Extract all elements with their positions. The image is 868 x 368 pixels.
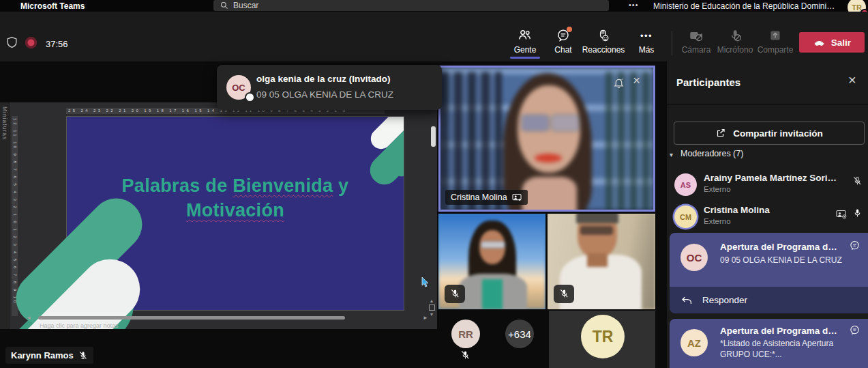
reply-label: Responder bbox=[702, 295, 747, 305]
camera-button-disabled: Cámara bbox=[676, 28, 716, 54]
meeting-timer: 37:56 bbox=[46, 39, 68, 49]
snooze-bell-icon[interactable]: zz bbox=[612, 77, 625, 90]
participant-avatar: AS bbox=[674, 173, 697, 196]
presenter-name-tag: Karynn Ramos bbox=[5, 347, 93, 364]
screenshare-powerpoint: Miniaturas 25 24 23 22 21 20 19 18 17 16… bbox=[0, 102, 437, 329]
prev-slide-icon[interactable]: ▴ bbox=[427, 298, 436, 304]
mic-off-icon[interactable] bbox=[852, 176, 863, 186]
recording-indicator-icon bbox=[25, 37, 37, 48]
video-tile-participant-2[interactable] bbox=[548, 214, 655, 309]
panel-header: Participantes × bbox=[667, 61, 868, 104]
video-tile-self[interactable]: TR bbox=[549, 311, 655, 368]
speaker-name: Cristina Molina bbox=[451, 193, 507, 202]
mic-off-badge bbox=[554, 285, 574, 303]
reply-bar[interactable]: Responder bbox=[670, 287, 868, 313]
notification-toast[interactable]: OC olga kenia de la cruz (Invitado) 09 0… bbox=[217, 65, 442, 110]
participant-row[interactable]: AS Arainy Pamela Martínez Soriano Extern… bbox=[667, 169, 868, 201]
thumbnails-panel-label: Miniaturas bbox=[1, 107, 8, 140]
section-label: Moderadores (7) bbox=[680, 149, 743, 158]
video-tile-participant-1[interactable] bbox=[438, 214, 545, 309]
tab-mas-label: Más bbox=[639, 46, 655, 54]
section-collapse-icon[interactable]: ▾ bbox=[670, 151, 673, 158]
meeting-title: Ministerio de Educación de la República … bbox=[653, 1, 839, 11]
chat-card-message-line2: GRUPO UCE:*... bbox=[720, 350, 850, 359]
share-screen-icon bbox=[768, 28, 783, 43]
overflow-menu-icon[interactable]: ••• bbox=[629, 1, 639, 9]
spotlight-icon[interactable] bbox=[836, 210, 847, 219]
tab-reacciones[interactable]: Reacciones bbox=[582, 28, 625, 54]
slide-page-icon bbox=[429, 305, 435, 311]
leave-button[interactable]: Salir bbox=[799, 32, 865, 53]
tab-mas[interactable]: ••• Más bbox=[627, 28, 666, 54]
toolbar-divider bbox=[672, 31, 672, 55]
vertical-ruler: 12 11 10 9 8 7 6 5 4 3 2 1 0 1 2 3 4 5 6… bbox=[12, 116, 18, 316]
meeting-toolbar: 37:56 Gente Chat Reacciones ••• Más bbox=[0, 12, 868, 61]
camera-off-icon bbox=[689, 28, 704, 43]
svg-text:z: z bbox=[622, 77, 623, 81]
search-placeholder: Buscar bbox=[233, 1, 258, 10]
share-button-disabled: Comparte bbox=[754, 28, 796, 54]
active-tab-underline bbox=[510, 57, 540, 59]
app-title: Microsoft Teams bbox=[20, 1, 85, 11]
search-input[interactable]: Buscar bbox=[213, 0, 609, 11]
toast-close-icon[interactable]: × bbox=[633, 73, 640, 88]
shield-icon bbox=[5, 36, 18, 49]
mic-on-icon[interactable] bbox=[852, 208, 863, 218]
thumbnails-panel[interactable]: Miniaturas bbox=[0, 102, 10, 329]
horizontal-scrollbar[interactable]: ◄ ► bbox=[26, 315, 428, 321]
search-icon bbox=[220, 1, 228, 10]
slide-title-suffix: y bbox=[333, 175, 348, 196]
mic-off-badge bbox=[445, 285, 465, 303]
slide-nav-buttons[interactable]: ▴ ▾ bbox=[427, 298, 436, 317]
tab-gente[interactable]: Gente bbox=[505, 28, 545, 59]
scroll-left-arrow[interactable]: ◄ bbox=[26, 315, 31, 321]
spotlight-icon bbox=[512, 193, 522, 202]
panel-title: Participantes bbox=[676, 76, 740, 88]
camera-label: Cámara bbox=[682, 46, 711, 54]
next-slide-icon[interactable]: ▾ bbox=[427, 311, 436, 317]
chat-card[interactable]: AZ Apertura del Programa de... *Listado … bbox=[670, 319, 868, 368]
slide-title-prefix: Palabras de bbox=[122, 175, 233, 196]
presenter-name: Karynn Ramos bbox=[11, 350, 74, 360]
slide-title-word: Bienvenida bbox=[233, 175, 333, 196]
notes-placeholder[interactable]: Haga clic para agregar notas bbox=[40, 322, 119, 329]
hang-up-icon bbox=[813, 36, 826, 49]
chat-card-avatar: AZ bbox=[680, 329, 708, 356]
participant-row[interactable]: CM Cristina Molina Externo bbox=[667, 201, 868, 233]
top-app-bar: Microsoft Teams Buscar ••• Ministerio de… bbox=[0, 0, 868, 12]
reactions-hand-icon bbox=[596, 28, 611, 43]
toast-presence-dot bbox=[245, 92, 255, 102]
leave-button-label: Salir bbox=[831, 38, 851, 48]
toast-name: olga kenia de la cruz (Invitado) bbox=[256, 74, 406, 84]
participant-name: Cristina Molina bbox=[704, 205, 833, 215]
chat-notification-badge bbox=[567, 27, 572, 32]
vertical-scrollbar-thumb[interactable] bbox=[431, 126, 436, 147]
share-invitation-button[interactable]: Compartir invitación bbox=[674, 122, 865, 145]
chat-card-avatar: OC bbox=[680, 244, 708, 271]
close-panel-icon[interactable]: × bbox=[848, 72, 856, 88]
reply-arrow-icon bbox=[680, 296, 693, 305]
mic-off-icon bbox=[460, 350, 470, 360]
share-label: Comparte bbox=[758, 46, 794, 54]
chat-card[interactable]: OC Apertura del Programa de... 09 05 OLG… bbox=[670, 233, 868, 287]
overflow-avatar-rr[interactable]: RR bbox=[451, 320, 480, 348]
more-icon: ••• bbox=[640, 28, 653, 43]
microphone-button-disabled: Micrófono bbox=[714, 28, 756, 54]
message-bubble-icon bbox=[849, 240, 860, 251]
mic-off-icon bbox=[728, 28, 743, 43]
overflow-more-count[interactable]: +634 bbox=[505, 320, 534, 348]
speaker-name-tag: Cristina Molina bbox=[445, 190, 528, 205]
toast-message: 09 05 OLGA KENIA DE LA CRUZ bbox=[256, 89, 413, 100]
tab-reacciones-label: Reacciones bbox=[582, 46, 625, 54]
tab-chat[interactable]: Chat bbox=[543, 28, 583, 54]
tab-chat-label: Chat bbox=[554, 46, 571, 54]
chat-card-message: 09 05 OLGA KENIA DE LA CRUZ bbox=[720, 255, 850, 265]
scrollbar-thumb[interactable] bbox=[38, 316, 345, 320]
chat-card-message-line1: *Listado de Asistencia Apertura bbox=[720, 339, 850, 348]
self-avatar: TR bbox=[581, 315, 625, 358]
participant-sub: Externo bbox=[704, 217, 731, 225]
remote-cursor-icon bbox=[421, 277, 430, 287]
chat-icon bbox=[556, 28, 571, 43]
slide-title-line1: Palabras de Bienvenida y bbox=[67, 175, 404, 197]
people-icon bbox=[518, 28, 533, 43]
